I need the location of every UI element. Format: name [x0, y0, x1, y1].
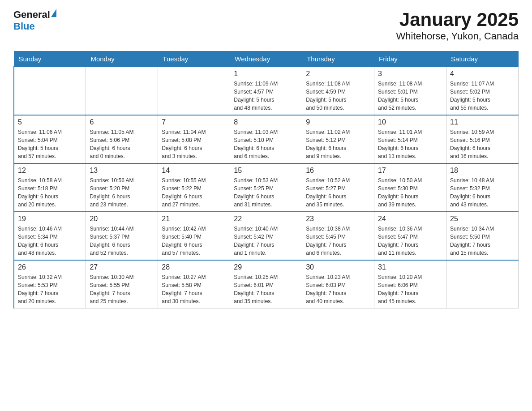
calendar-cell: 13Sunrise: 10:56 AM Sunset: 5:20 PM Dayl…	[86, 163, 158, 212]
day-info: Sunrise: 10:44 AM Sunset: 5:37 PM Daylig…	[90, 225, 154, 257]
day-info: Sunrise: 11:09 AM Sunset: 4:57 PM Daylig…	[234, 80, 298, 112]
day-info: Sunrise: 11:04 AM Sunset: 5:08 PM Daylig…	[162, 128, 226, 160]
day-info: Sunrise: 10:34 AM Sunset: 5:50 PM Daylig…	[450, 225, 515, 257]
calendar-cell: 10Sunrise: 11:01 AM Sunset: 5:14 PM Dayl…	[374, 115, 446, 163]
day-info: Sunrise: 11:02 AM Sunset: 5:12 PM Daylig…	[306, 128, 370, 160]
day-number: 10	[378, 118, 442, 126]
calendar-cell: 6Sunrise: 11:05 AM Sunset: 5:06 PM Dayli…	[86, 115, 158, 163]
header-row: SundayMondayTuesdayWednesdayThursdayFrid…	[14, 51, 519, 67]
calendar-cell: 19Sunrise: 10:46 AM Sunset: 5:34 PM Dayl…	[14, 212, 86, 260]
calendar-subtitle: Whitehorse, Yukon, Canada	[396, 30, 519, 42]
header-cell-monday: Monday	[86, 51, 158, 67]
week-row-3: 12Sunrise: 10:58 AM Sunset: 5:18 PM Dayl…	[14, 163, 519, 212]
header-cell-thursday: Thursday	[302, 51, 374, 67]
calendar-cell: 16Sunrise: 10:52 AM Sunset: 5:27 PM Dayl…	[302, 163, 374, 212]
calendar-cell: 14Sunrise: 10:55 AM Sunset: 5:22 PM Dayl…	[158, 163, 230, 212]
day-number: 12	[18, 167, 82, 175]
day-info: Sunrise: 11:07 AM Sunset: 5:02 PM Daylig…	[450, 80, 515, 112]
calendar-cell: 8Sunrise: 11:03 AM Sunset: 5:10 PM Dayli…	[230, 115, 302, 163]
calendar-cell: 11Sunrise: 10:59 AM Sunset: 5:16 PM Dayl…	[446, 115, 519, 163]
calendar-table: SundayMondayTuesdayWednesdayThursdayFrid…	[13, 51, 519, 308]
day-info: Sunrise: 10:58 AM Sunset: 5:18 PM Daylig…	[18, 176, 82, 209]
calendar-cell: 4Sunrise: 11:07 AM Sunset: 5:02 PM Dayli…	[446, 67, 519, 115]
day-number: 9	[306, 118, 370, 126]
day-number: 30	[306, 263, 370, 271]
day-number: 16	[306, 167, 370, 175]
day-number: 13	[90, 167, 154, 175]
week-row-2: 5Sunrise: 11:06 AM Sunset: 5:04 PM Dayli…	[14, 115, 519, 163]
day-info: Sunrise: 10:59 AM Sunset: 5:16 PM Daylig…	[450, 128, 515, 160]
calendar-cell: 7Sunrise: 11:04 AM Sunset: 5:08 PM Dayli…	[158, 115, 230, 163]
day-info: Sunrise: 11:01 AM Sunset: 5:14 PM Daylig…	[378, 128, 442, 160]
day-number: 22	[234, 215, 298, 223]
day-number: 3	[378, 70, 442, 78]
header-cell-wednesday: Wednesday	[230, 51, 302, 67]
day-number: 1	[234, 70, 298, 78]
day-info: Sunrise: 10:40 AM Sunset: 5:42 PM Daylig…	[234, 225, 298, 257]
day-info: Sunrise: 11:06 AM Sunset: 5:04 PM Daylig…	[18, 128, 82, 160]
calendar-header: SundayMondayTuesdayWednesdayThursdayFrid…	[14, 51, 519, 67]
calendar-cell	[14, 67, 86, 115]
day-info: Sunrise: 11:03 AM Sunset: 5:10 PM Daylig…	[234, 128, 298, 160]
day-info: Sunrise: 10:50 AM Sunset: 5:30 PM Daylig…	[378, 176, 442, 209]
calendar-cell: 12Sunrise: 10:58 AM Sunset: 5:18 PM Dayl…	[14, 163, 86, 212]
day-info: Sunrise: 10:23 AM Sunset: 6:03 PM Daylig…	[306, 273, 370, 305]
header-cell-friday: Friday	[374, 51, 446, 67]
day-number: 2	[306, 70, 370, 78]
day-info: Sunrise: 10:36 AM Sunset: 5:47 PM Daylig…	[378, 225, 442, 257]
day-number: 18	[450, 167, 515, 175]
calendar-cell: 28Sunrise: 10:27 AM Sunset: 5:58 PM Dayl…	[158, 260, 230, 308]
logo-general-text: General	[13, 9, 50, 20]
day-number: 24	[378, 215, 442, 223]
week-row-1: 1Sunrise: 11:09 AM Sunset: 4:57 PM Dayli…	[14, 67, 519, 115]
day-info: Sunrise: 10:46 AM Sunset: 5:34 PM Daylig…	[18, 225, 82, 257]
day-number: 31	[378, 263, 442, 271]
calendar-cell: 20Sunrise: 10:44 AM Sunset: 5:37 PM Dayl…	[86, 212, 158, 260]
header-cell-tuesday: Tuesday	[158, 51, 230, 67]
day-info: Sunrise: 10:27 AM Sunset: 5:58 PM Daylig…	[162, 273, 226, 305]
title-block: January 2025 Whitehorse, Yukon, Canada	[396, 9, 519, 42]
day-number: 25	[450, 215, 515, 223]
header-cell-sunday: Sunday	[14, 51, 86, 67]
week-row-5: 26Sunrise: 10:32 AM Sunset: 5:53 PM Dayl…	[14, 260, 519, 308]
calendar-cell: 21Sunrise: 10:42 AM Sunset: 5:40 PM Dayl…	[158, 212, 230, 260]
day-info: Sunrise: 11:08 AM Sunset: 4:59 PM Daylig…	[306, 80, 370, 112]
calendar-cell: 24Sunrise: 10:36 AM Sunset: 5:47 PM Dayl…	[374, 212, 446, 260]
day-info: Sunrise: 11:08 AM Sunset: 5:01 PM Daylig…	[378, 80, 442, 112]
day-number: 19	[18, 215, 82, 223]
day-info: Sunrise: 10:56 AM Sunset: 5:20 PM Daylig…	[90, 176, 154, 209]
day-info: Sunrise: 10:32 AM Sunset: 5:53 PM Daylig…	[18, 273, 82, 305]
day-number: 27	[90, 263, 154, 271]
day-info: Sunrise: 10:55 AM Sunset: 5:22 PM Daylig…	[162, 176, 226, 209]
calendar-cell: 25Sunrise: 10:34 AM Sunset: 5:50 PM Dayl…	[446, 212, 519, 260]
logo: General Blue	[13, 9, 56, 32]
day-number: 4	[450, 70, 515, 78]
calendar-title: January 2025	[396, 9, 519, 30]
day-number: 17	[378, 167, 442, 175]
day-number: 6	[90, 118, 154, 126]
calendar-cell: 9Sunrise: 11:02 AM Sunset: 5:12 PM Dayli…	[302, 115, 374, 163]
day-info: Sunrise: 10:30 AM Sunset: 5:55 PM Daylig…	[90, 273, 154, 305]
calendar-cell: 29Sunrise: 10:25 AM Sunset: 6:01 PM Dayl…	[230, 260, 302, 308]
calendar-cell: 23Sunrise: 10:38 AM Sunset: 5:45 PM Dayl…	[302, 212, 374, 260]
day-info: Sunrise: 10:38 AM Sunset: 5:45 PM Daylig…	[306, 225, 370, 257]
day-number: 14	[162, 167, 226, 175]
day-number: 21	[162, 215, 226, 223]
day-info: Sunrise: 10:48 AM Sunset: 5:32 PM Daylig…	[450, 176, 515, 209]
day-number: 11	[450, 118, 515, 126]
calendar-cell: 17Sunrise: 10:50 AM Sunset: 5:30 PM Dayl…	[374, 163, 446, 212]
day-info: Sunrise: 11:05 AM Sunset: 5:06 PM Daylig…	[90, 128, 154, 160]
day-number: 28	[162, 263, 226, 271]
calendar-cell: 18Sunrise: 10:48 AM Sunset: 5:32 PM Dayl…	[446, 163, 519, 212]
day-number: 20	[90, 215, 154, 223]
calendar-cell: 27Sunrise: 10:30 AM Sunset: 5:55 PM Dayl…	[86, 260, 158, 308]
header-cell-saturday: Saturday	[446, 51, 519, 67]
logo-blue-text: Blue	[13, 21, 35, 32]
calendar-cell: 31Sunrise: 10:20 AM Sunset: 6:06 PM Dayl…	[374, 260, 446, 308]
calendar-cell: 2Sunrise: 11:08 AM Sunset: 4:59 PM Dayli…	[302, 67, 374, 115]
page-header: General Blue January 2025 Whitehorse, Yu…	[13, 9, 519, 42]
day-info: Sunrise: 10:53 AM Sunset: 5:25 PM Daylig…	[234, 176, 298, 209]
calendar-cell: 22Sunrise: 10:40 AM Sunset: 5:42 PM Dayl…	[230, 212, 302, 260]
day-number: 15	[234, 167, 298, 175]
week-row-4: 19Sunrise: 10:46 AM Sunset: 5:34 PM Dayl…	[14, 212, 519, 260]
